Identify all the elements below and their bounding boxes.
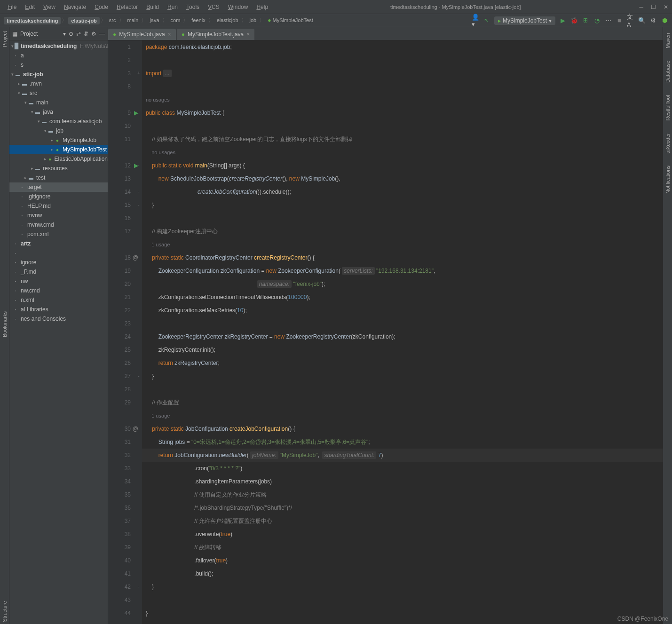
code-line-3[interactable]: import ... xyxy=(142,67,663,80)
code-line-26[interactable]: return zkRegistryCenter; xyxy=(142,356,663,370)
coverage-icon[interactable]: ⛨ xyxy=(582,17,589,24)
tool-tab-notifications[interactable]: Notifications xyxy=(664,164,672,196)
tree-item--[interactable]: · xyxy=(9,248,108,258)
code-line-8[interactable] xyxy=(142,80,663,93)
breadcrumb-elasticjob[interactable]: elasticjob xyxy=(214,16,241,24)
menu-help[interactable]: Help xyxy=(253,2,272,12)
tree-item--gitignore[interactable]: ·.gitignore xyxy=(9,192,108,201)
user-icon[interactable]: 👤▾ xyxy=(472,17,479,24)
tree-item-test[interactable]: ▸▬test xyxy=(9,173,108,182)
expand-icon[interactable]: ⇄ xyxy=(76,31,81,37)
menu-run[interactable]: Run xyxy=(164,2,182,12)
code-line-18[interactable]: private static CoordinatorRegistryCenter… xyxy=(142,251,663,264)
code-line-37[interactable]: // 允许客户端配置覆盖注册中心 xyxy=(142,514,663,528)
breadcrumb-com[interactable]: com xyxy=(168,16,183,24)
debug-icon[interactable]: 🐞 xyxy=(570,17,578,24)
tree-item-job[interactable]: ▾▬job xyxy=(9,126,108,135)
run-icon[interactable]: ▶ xyxy=(559,17,567,24)
fold-gutter[interactable]: +-------- xyxy=(135,40,142,624)
menu-refactor[interactable]: Refactor xyxy=(113,2,142,12)
code-line-29[interactable]: // 作业配置 xyxy=(142,396,663,409)
close-icon[interactable]: ✕ xyxy=(664,4,668,10)
tree-item-al-Libraries[interactable]: ·al Libraries xyxy=(9,305,108,314)
tree-item-artz[interactable]: ·artz xyxy=(9,239,108,248)
tree-item-stic-job[interactable]: ▾▬stic-job xyxy=(9,70,108,79)
code-line-17[interactable]: // 构建Zookeeper注册中心 xyxy=(142,225,663,238)
code-line-11[interactable]: // 如果修改了代码，跑之前清空Zookeeper的日志，直接将logs下的文件… xyxy=(142,133,663,146)
tool-tab-restfultool[interactable]: RestfulTool xyxy=(664,93,672,122)
code-line-8u[interactable]: no usages xyxy=(142,93,663,106)
tree-item-a[interactable]: ·a xyxy=(9,51,108,60)
attach-icon[interactable]: ⋯ xyxy=(604,17,612,24)
tool-tab-database[interactable]: Database xyxy=(664,59,672,85)
code-line-21[interactable]: zkConfiguration.setConnectionTimeoutMill… xyxy=(142,291,663,304)
gear-icon[interactable]: ⚙ xyxy=(91,31,96,37)
settings-icon[interactable]: ⚙ xyxy=(649,17,657,24)
tab-MySimpleJobTest.java[interactable]: ●MySimpleJobTest.java× xyxy=(177,29,255,40)
collapse-icon[interactable]: ⇵ xyxy=(84,31,88,37)
tab-MySimpleJob.java[interactable]: ●MySimpleJob.java× xyxy=(108,29,176,40)
breadcrumb-MySimpleJobTest[interactable]: ● MySimpleJobTest xyxy=(265,16,316,24)
tree-item-ElasticJobApplication[interactable]: ▸●ElasticJobApplication xyxy=(9,154,108,164)
code-line-24[interactable]: ZookeeperRegistryCenter zkRegistryCenter… xyxy=(142,330,663,343)
tree-item--mvn[interactable]: ▸▬.mvn xyxy=(9,79,108,88)
maximize-icon[interactable]: ☐ xyxy=(651,4,656,10)
code-line-17u[interactable]: 1 usage xyxy=(142,238,663,251)
tree-item-nw-cmd[interactable]: ·nw.cmd xyxy=(9,286,108,295)
code-line-41[interactable]: .build(); xyxy=(142,567,663,580)
breadcrumb-project[interactable]: timedtaskscheduling xyxy=(4,17,61,24)
code-line-34[interactable]: .shardingItemParameters(jobs) xyxy=(142,475,663,488)
breadcrumb-job[interactable]: job xyxy=(247,16,260,24)
menu-code[interactable]: Code xyxy=(91,2,112,12)
code-line-44[interactable]: } xyxy=(142,607,663,620)
tree-item-main[interactable]: ▾▬main xyxy=(9,98,108,107)
breadcrumb-main[interactable]: main xyxy=(125,16,142,24)
code-line-27[interactable]: } xyxy=(142,370,663,383)
tree-item-_P-md[interactable]: ·_P.md xyxy=(9,267,108,276)
code-line-33[interactable]: .cron("0/3 * * * * ?") xyxy=(142,462,663,475)
menu-vcs[interactable]: VCS xyxy=(204,2,223,12)
tree-item-src[interactable]: ▾▬src xyxy=(9,88,108,98)
code-line-10[interactable] xyxy=(142,119,663,133)
code-line-19[interactable]: ZookeeperConfiguration zkConfiguration =… xyxy=(142,264,663,277)
tree-item-target[interactable]: ·target xyxy=(9,182,108,192)
tree-item-HELP-md[interactable]: ·HELP.md xyxy=(9,201,108,211)
menu-window[interactable]: Window xyxy=(224,2,252,12)
build-icon[interactable]: ↖ xyxy=(483,17,490,24)
tool-tab-aixcoder[interactable]: aiXcoder xyxy=(664,131,672,155)
code-line-29u[interactable]: 1 usage xyxy=(142,409,663,422)
code-line-15[interactable]: } xyxy=(142,198,663,212)
menu-edit[interactable]: Edit xyxy=(21,2,39,12)
tree-item-java[interactable]: ▾▬java xyxy=(9,107,108,117)
stop-icon[interactable]: ■ xyxy=(616,17,623,24)
tree-item-com-feenix-elasticjob[interactable]: ▾▬com.feenix.elasticjob xyxy=(9,117,108,126)
tree-item-mvnw[interactable]: ·mvnw xyxy=(9,211,108,220)
project-tree[interactable]: ▾▉ timedtaskscheduling F:\MyNuts\MCA\co … xyxy=(9,40,108,624)
menu-view[interactable]: View xyxy=(40,2,59,12)
code-line-39[interactable]: // 故障转移 xyxy=(142,541,663,554)
code-line-9[interactable]: public class MySimpleJobTest { xyxy=(142,106,663,119)
code-line-25[interactable]: zkRegistryCenter.init(); xyxy=(142,343,663,356)
code-line-42[interactable]: } xyxy=(142,580,663,593)
tree-item-resources[interactable]: ▸▬resources xyxy=(9,164,108,173)
search-icon[interactable]: 🔍 xyxy=(638,17,646,24)
tree-item-MySimpleJob[interactable]: ▸●MySimpleJob xyxy=(9,135,108,145)
code-line-40[interactable]: .failover(true) xyxy=(142,554,663,567)
code-line-16[interactable] xyxy=(142,212,663,225)
breadcrumb-java[interactable]: java xyxy=(147,16,162,24)
minimize-icon[interactable]: ─ xyxy=(639,4,643,10)
breadcrumb-feenix[interactable]: feenix xyxy=(189,16,208,24)
tool-tab-maven[interactable]: Maven xyxy=(664,31,672,50)
tree-item-mvnw-cmd[interactable]: ·mvnw.cmd xyxy=(9,220,108,229)
tree-item-n-xml[interactable]: ·n.xml xyxy=(9,295,108,305)
tree-item-nw[interactable]: ·nw xyxy=(9,276,108,286)
run-config-select[interactable]: ▸ MySimpleJobTest ▾ xyxy=(494,16,555,25)
tree-root[interactable]: ▾▉ timedtaskscheduling F:\MyNuts\MCA\co xyxy=(9,41,108,51)
code-line-35[interactable]: // 使用自定义的作业分片策略 xyxy=(142,488,663,501)
tree-item-nes-and-Consoles[interactable]: ·nes and Consoles xyxy=(9,314,108,324)
code-line-11u[interactable]: no usages xyxy=(142,146,663,159)
menu-tools[interactable]: Tools xyxy=(182,2,203,12)
code-line-1[interactable]: package com.feenix.elasticjob.job; xyxy=(142,40,663,54)
breadcrumb-src[interactable]: src xyxy=(106,16,119,24)
code-content[interactable]: package com.feenix.elasticjob.job;import… xyxy=(142,40,663,624)
